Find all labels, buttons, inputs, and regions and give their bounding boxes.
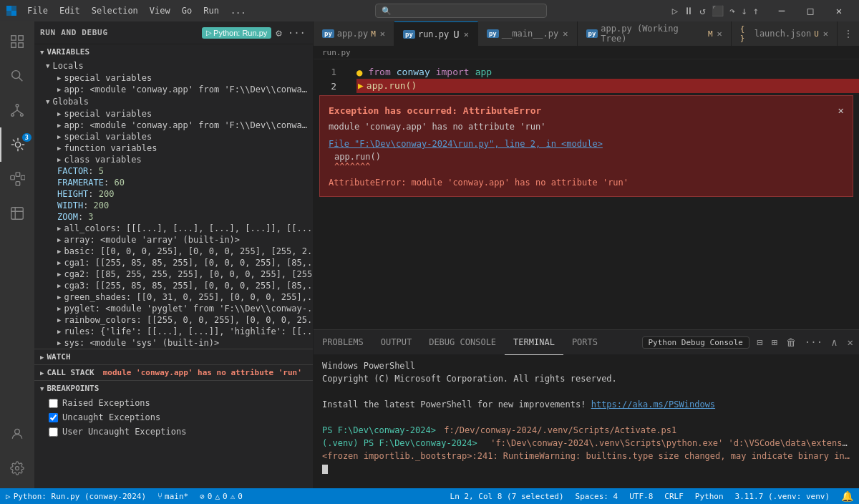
debug-step-out-icon[interactable]: ↑	[753, 5, 759, 16]
globals-all-colors[interactable]: ▶all_colors: [[[...], [...], [...], [...…	[34, 223, 313, 234]
close-button[interactable]: ✕	[825, 0, 853, 21]
tab-app-py[interactable]: py app.py M ✕	[314, 21, 394, 47]
menu-view[interactable]: View	[145, 4, 175, 17]
terminal-close-icon[interactable]: ✕	[842, 336, 859, 348]
uncaught-exceptions-checkbox[interactable]	[49, 413, 58, 422]
terminal-layout-icon[interactable]: ⊞	[767, 336, 781, 348]
menu-edit[interactable]: Edit	[55, 4, 84, 17]
activity-item-debug[interactable]: 3	[0, 127, 34, 162]
globals-rainbow[interactable]: ▶rainbow_colors: [[255, 0, 0, 255], [0, …	[34, 314, 313, 326]
status-errors[interactable]: ⊘ 0 △ 0 ⚠ 0	[194, 488, 248, 504]
tab-launch-json[interactable]: { } launch.json U ✕	[732, 21, 838, 47]
globals-item-fn[interactable]: ▶function variables	[34, 142, 313, 154]
panel-tab-problems[interactable]: PROBLEMS	[314, 330, 372, 355]
globals-item-special2[interactable]: ▶special variables	[34, 131, 313, 142]
breakpoint-user-uncaught[interactable]: User Uncaught Exceptions	[34, 425, 313, 439]
sidebar-scroll[interactable]: ▼ VARIABLES ▼ Locals ▶ special variables…	[34, 44, 313, 488]
tab-main-py-close[interactable]: ✕	[563, 29, 568, 39]
debug-step-into-icon[interactable]: ↓	[741, 5, 747, 16]
activity-item-account[interactable]	[0, 417, 34, 451]
raised-exceptions-checkbox[interactable]	[49, 399, 58, 408]
panel-tab-ports[interactable]: PORTS	[563, 330, 606, 355]
menu-go[interactable]: Go	[178, 4, 196, 17]
panel-tab-debug-console[interactable]: DEBUG CONSOLE	[420, 330, 505, 355]
user-uncaught-exceptions-checkbox[interactable]	[49, 427, 58, 437]
status-notifications-icon[interactable]: 🔔	[835, 488, 859, 504]
tab-app-py-working-close[interactable]: ✕	[717, 29, 722, 39]
menu-more[interactable]: ...	[226, 4, 251, 17]
status-language[interactable]: Python	[689, 488, 729, 504]
panel-tab-output[interactable]: OUTPUT	[372, 330, 420, 355]
debug-stop-icon[interactable]: ⬛	[712, 5, 724, 16]
tab-launch-json-close[interactable]: ✕	[823, 29, 828, 39]
globals-cga2[interactable]: ▶cga2: [[85, 255, 255, 255], [0, 0, 0, 2…	[34, 268, 313, 280]
tab-main-py[interactable]: py __main__.py ✕	[478, 21, 578, 47]
tab-run-py[interactable]: py run.py U ✕	[394, 21, 478, 47]
watch-header[interactable]: ▶ WATCH	[34, 349, 313, 364]
status-python-version[interactable]: 3.11.7 (.venv: venv)	[729, 488, 835, 504]
debug-restart-icon[interactable]: ↺	[699, 5, 705, 16]
exception-close-icon[interactable]: ✕	[838, 105, 844, 116]
terminal-content[interactable]: Windows PowerShell Copyright (C) Microso…	[314, 355, 859, 488]
activity-item-settings[interactable]	[0, 451, 34, 485]
tab-split-icon[interactable]: ⋮	[838, 28, 859, 39]
globals-height[interactable]: HEIGHT: 200	[34, 188, 313, 200]
globals-header[interactable]: ▼ Globals	[34, 95, 313, 108]
globals-factor[interactable]: FACTOR: 5	[34, 165, 313, 177]
activity-item-explorer[interactable]	[0, 24, 34, 59]
globals-cga1[interactable]: ▶cga1: [[255, 85, 85, 255], [0, 0, 0, 25…	[34, 257, 313, 268]
locals-item-app[interactable]: ▶ app: <module 'conway.app' from 'F:\\De…	[34, 84, 313, 95]
globals-green-shades[interactable]: ▶green_shades: [[0, 31, 0, 255], [0, 0, …	[34, 291, 313, 303]
debug-pause-icon[interactable]: ⏸	[684, 5, 694, 16]
terminal-split-icon[interactable]: ⊟	[752, 336, 767, 348]
terminal-more-icon[interactable]: ···	[800, 336, 827, 348]
activity-item-git[interactable]	[0, 93, 34, 127]
terminal-trash-icon[interactable]: 🗑	[782, 336, 800, 348]
globals-basic[interactable]: ▶basic: [[0, 0, 0, 255], [0, 0, 0, 255],…	[34, 246, 313, 257]
breakpoint-raised[interactable]: Raised Exceptions	[34, 396, 313, 410]
minimize-button[interactable]: ─	[767, 0, 796, 21]
breakpoint-uncaught[interactable]: Uncaught Exceptions	[34, 410, 313, 425]
global-search-input[interactable]	[396, 6, 540, 15]
globals-item-app[interactable]: ▶app: <module 'conway.app' from 'F:\\Dev…	[34, 120, 313, 131]
status-branch[interactable]: ⑂ main*	[152, 488, 194, 504]
locals-item-special[interactable]: ▶ special variables	[34, 72, 313, 84]
globals-item-class[interactable]: ▶class variables	[34, 154, 313, 165]
activity-item-extensions[interactable]	[0, 162, 34, 196]
status-encoding[interactable]: UTF-8	[623, 488, 659, 504]
tab-run-py-close[interactable]: ✕	[464, 29, 469, 39]
globals-array[interactable]: ▶array: <module 'array' (built-in)>	[34, 234, 313, 246]
debug-play-icon[interactable]: ▷	[672, 5, 678, 16]
globals-sys[interactable]: ▶sys: <module 'sys' (built-in)>	[34, 337, 313, 349]
globals-width[interactable]: WIDTH: 200	[34, 200, 313, 211]
globals-pyglet[interactable]: ▶pyglet: <module 'pyglet' from 'F:\\Dev\…	[34, 303, 313, 314]
menu-run[interactable]: Run	[199, 4, 223, 17]
maximize-button[interactable]: □	[796, 0, 825, 21]
globals-framerate[interactable]: FRAMERATE: 60	[34, 177, 313, 188]
status-debug-config[interactable]: ▷ Python: Run.py (conway-2024)	[0, 488, 152, 504]
status-eol[interactable]: CRLF	[659, 488, 689, 504]
globals-zoom[interactable]: ZOOM: 3	[34, 211, 313, 223]
variables-header[interactable]: ▼ VARIABLES	[34, 44, 313, 59]
globals-item-special[interactable]: ▶special variables	[34, 108, 313, 120]
globals-rules[interactable]: ▶rules: {'life': [[...], [...]], 'highli…	[34, 326, 313, 337]
activity-item-test[interactable]	[0, 196, 34, 231]
status-ln-col[interactable]: Ln 2, Col 8 (7 selected)	[445, 488, 570, 504]
menu-file[interactable]: File	[23, 4, 52, 17]
breakpoints-header[interactable]: ▼ BREAKPOINTS	[34, 381, 313, 396]
activity-item-search[interactable]	[0, 59, 34, 93]
tab-app-py-close[interactable]: ✕	[380, 29, 385, 39]
locals-header[interactable]: ▼ Locals	[34, 59, 313, 72]
debug-step-over-icon[interactable]: ↷	[729, 5, 735, 16]
globals-cga3[interactable]: ▶cga3: [[255, 85, 85, 255], [0, 0, 0, 25…	[34, 280, 313, 291]
exception-file-link[interactable]: File "F:\Dev\conway-2024\run.py", line 2…	[329, 139, 844, 149]
panel-tab-terminal[interactable]: TERMINAL	[505, 330, 563, 355]
config-more-icon[interactable]: ···	[286, 26, 307, 40]
run-config-play[interactable]: ▷ Python: Run.py	[202, 27, 271, 39]
tab-app-py-working[interactable]: py app.py (Working Tree) M ✕	[578, 21, 732, 47]
call-stack-header[interactable]: ▶ CALL STACK module 'conway.app' has no …	[34, 365, 313, 380]
terminal-up-icon[interactable]: ∧	[827, 336, 841, 348]
status-spaces[interactable]: Spaces: 4	[570, 488, 624, 504]
menu-selection[interactable]: Selection	[87, 4, 142, 17]
config-gear-icon[interactable]: ⚙	[274, 26, 283, 40]
